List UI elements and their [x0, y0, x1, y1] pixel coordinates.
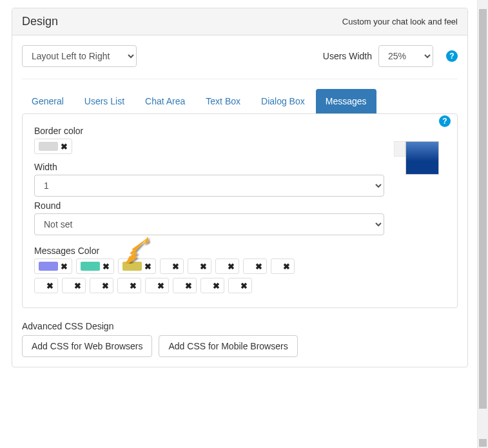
message-color-slot[interactable]: ✖	[34, 278, 58, 293]
border-color-swatch	[39, 142, 58, 151]
clear-color-icon[interactable]: ✖	[61, 262, 68, 271]
clear-color-icon[interactable]: ✖	[144, 262, 151, 271]
add-css-mobile-button[interactable]: Add CSS for Mobile Browsers	[159, 335, 297, 357]
clear-color-icon[interactable]: ✖	[157, 282, 164, 290]
message-color-slot[interactable]: ✖	[117, 278, 141, 293]
border-round-select[interactable]: Not set	[34, 213, 384, 235]
message-color-slot[interactable]: ✖	[145, 278, 169, 293]
tab-users-list[interactable]: Users List	[75, 89, 134, 113]
color-swatch	[164, 262, 170, 271]
layout-direction-select[interactable]: Layout Left to Right	[22, 45, 137, 67]
design-panel: Design Custom your chat look and feel La…	[12, 8, 468, 367]
preview-wrap	[394, 126, 445, 175]
users-width-label: Users Width	[323, 51, 372, 61]
clear-color-icon[interactable]: ✖	[102, 282, 109, 290]
width-label: Width	[34, 162, 384, 172]
clear-color-icon[interactable]: ✖	[102, 262, 110, 271]
color-swatch	[205, 281, 210, 290]
messages-tab-pane: ? Border color ✖	[22, 113, 458, 308]
tab-dialog-box[interactable]: Dialog Box	[251, 89, 315, 113]
border-width-select[interactable]: 1	[34, 175, 384, 197]
advanced-css-heading: Advanced CSS Design	[22, 321, 458, 331]
add-css-web-button[interactable]: Add CSS for Web Browsers	[22, 335, 152, 357]
clear-color-icon[interactable]: ✖	[185, 282, 192, 290]
message-color-slot[interactable]: ✖	[243, 258, 267, 274]
color-swatch	[150, 281, 155, 290]
panel-title: Design	[22, 15, 58, 28]
border-color-label: Border color	[34, 126, 384, 136]
clear-color-icon[interactable]: ✖	[255, 262, 262, 271]
panel-subtitle: Custom your chat look and feel	[342, 17, 458, 26]
tab-chat-area[interactable]: Chat Area	[135, 89, 195, 113]
color-swatch	[81, 262, 100, 271]
clear-color-icon[interactable]: ✖	[283, 262, 290, 271]
clear-color-icon[interactable]: ✖	[46, 282, 54, 290]
color-swatch	[94, 281, 99, 290]
color-swatch	[39, 262, 58, 271]
message-color-slot[interactable]: ✖	[215, 258, 239, 274]
tab-messages[interactable]: Messages	[316, 89, 376, 113]
users-width-select[interactable]: 25%	[378, 45, 433, 67]
clear-color-icon[interactable]: ✖	[74, 282, 81, 290]
message-color-slot[interactable]: ✖	[173, 278, 197, 293]
vertical-scrollbar[interactable]	[477, 0, 488, 448]
clear-color-icon[interactable]: ✖	[228, 262, 235, 271]
message-color-slot[interactable]: ✖	[271, 258, 295, 274]
color-swatch	[39, 281, 44, 290]
color-swatch	[220, 262, 225, 271]
clear-color-icon[interactable]: ✖	[213, 282, 220, 290]
round-label: Round	[34, 200, 384, 211]
scrollbar-thumb[interactable]	[479, 9, 487, 409]
message-color-slot[interactable]: ✖	[118, 258, 156, 274]
messages-color-label: Messages Color	[34, 246, 445, 256]
color-swatch	[122, 281, 127, 290]
border-color-picker[interactable]: ✖	[34, 139, 72, 154]
tab-bar: General Users List Chat Area Text Box Di…	[22, 89, 458, 113]
clear-border-color-icon[interactable]: ✖	[61, 142, 68, 151]
message-color-slot[interactable]: ✖	[228, 278, 252, 293]
clear-color-icon[interactable]: ✖	[200, 262, 207, 271]
clear-color-icon[interactable]: ✖	[130, 282, 137, 290]
message-color-slot[interactable]: ✖	[90, 278, 113, 293]
clear-color-icon[interactable]: ✖	[172, 262, 179, 271]
tab-text-box[interactable]: Text Box	[196, 89, 250, 113]
preview-main	[405, 141, 439, 175]
color-swatch	[192, 262, 197, 271]
advanced-css-section: Advanced CSS Design Add CSS for Web Brow…	[22, 321, 458, 357]
color-swatch	[275, 262, 280, 271]
message-color-slot[interactable]: ✖	[76, 258, 114, 274]
color-swatch	[177, 281, 182, 290]
clear-color-icon[interactable]: ✖	[240, 282, 248, 290]
panel-header: Design Custom your chat look and feel	[12, 8, 467, 35]
color-swatch	[233, 281, 238, 290]
help-icon[interactable]: ?	[446, 50, 458, 62]
message-color-slot[interactable]: ✖	[160, 258, 184, 274]
message-color-slot[interactable]: ✖	[188, 258, 211, 274]
tab-general[interactable]: General	[22, 89, 73, 113]
message-color-slot[interactable]: ✖	[62, 278, 86, 293]
color-swatch	[248, 262, 253, 271]
color-swatch	[66, 281, 72, 290]
color-swatch	[122, 262, 142, 271]
top-controls-row: Layout Left to Right Users Width 25% ?	[22, 45, 458, 79]
preview-secondary	[394, 141, 405, 157]
messages-colors-row1: ✖✖✖✖✖✖✖✖	[34, 258, 344, 274]
message-color-slot[interactable]: ✖	[200, 278, 224, 293]
scrollbar-down-button[interactable]	[479, 439, 487, 447]
message-color-slot[interactable]: ✖	[34, 258, 72, 274]
messages-colors-row2: ✖✖✖✖✖✖✖✖	[34, 278, 344, 293]
